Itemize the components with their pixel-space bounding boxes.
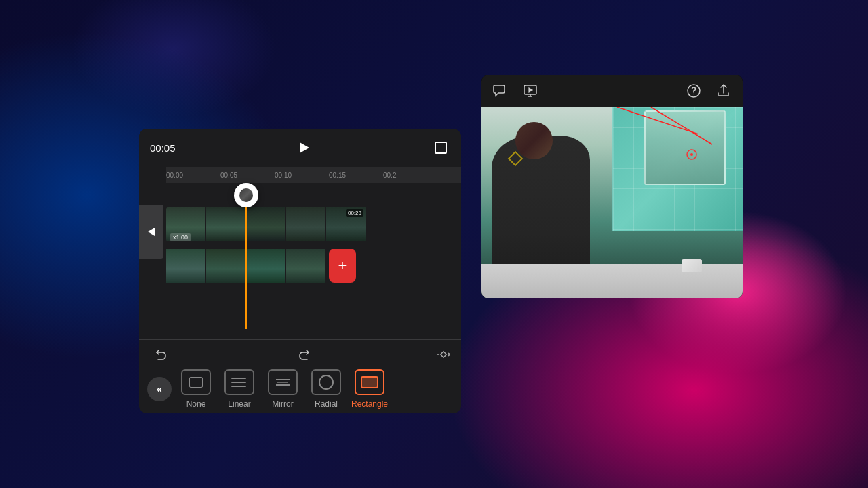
play-button[interactable] xyxy=(292,137,314,159)
playhead-thumbnail xyxy=(239,188,253,202)
tick-20: 00:2 xyxy=(383,171,396,179)
svg-rect-0 xyxy=(441,352,446,357)
video-frame-9 xyxy=(286,249,326,283)
play-screen-icon xyxy=(523,83,538,98)
radial-icon-box xyxy=(311,369,341,395)
video-track-1: x1.00 00:23 xyxy=(166,207,461,245)
preview-icons-right xyxy=(686,83,732,99)
duration-badge: 00:23 xyxy=(346,209,363,217)
undo-icon xyxy=(154,348,167,361)
linear-shape xyxy=(231,376,248,388)
redo-button[interactable] xyxy=(294,344,315,365)
none-label: None xyxy=(186,399,206,409)
mask-selector-row: « None Linear xyxy=(139,369,461,413)
mask-option-radial[interactable]: Radial xyxy=(307,369,345,409)
redo-icon xyxy=(298,348,311,361)
editor-panel: 00:05 00:00 00:05 00:10 00:15 00:2 xyxy=(139,129,461,413)
rectangle-icon-box xyxy=(355,369,384,395)
help-icon xyxy=(686,83,701,98)
mask-option-rectangle[interactable]: Rectangle xyxy=(351,369,389,409)
svg-point-7 xyxy=(693,94,694,95)
editor-topbar: 00:05 xyxy=(139,129,461,167)
editor-actions xyxy=(139,340,461,369)
none-shape xyxy=(189,377,203,388)
add-clip-button[interactable]: + xyxy=(329,249,356,283)
mirror-label: Mirror xyxy=(272,399,293,409)
mask-option-mirror[interactable]: Mirror xyxy=(264,369,302,409)
none-icon-box xyxy=(181,369,211,395)
preview-panel xyxy=(481,75,743,298)
linear-icon-box xyxy=(224,369,254,395)
tick-15: 00:15 xyxy=(329,171,346,179)
mask-option-linear[interactable]: Linear xyxy=(220,369,258,409)
chat-bubble-icon xyxy=(493,83,508,98)
keyframe-icon xyxy=(437,348,450,361)
bathroom-mirror xyxy=(644,110,726,185)
preview-topbar xyxy=(481,75,743,107)
sink-object xyxy=(682,259,702,272)
video-frame-6 xyxy=(166,249,205,283)
preview-icons-left xyxy=(492,83,538,99)
collapse-button[interactable]: « xyxy=(147,377,172,401)
mask-option-none[interactable]: None xyxy=(177,369,215,409)
fullscreen-icon xyxy=(435,142,447,154)
chat-bubble-button[interactable] xyxy=(492,83,509,99)
tick-10: 00:10 xyxy=(275,171,292,179)
current-time: 00:05 xyxy=(150,142,176,154)
playhead-line xyxy=(245,207,247,329)
editor-bottom: « None Linear xyxy=(139,339,461,413)
plus-icon: + xyxy=(338,258,347,273)
rectangle-shape xyxy=(361,376,378,388)
mirror-shape xyxy=(275,376,291,388)
help-button[interactable] xyxy=(686,83,702,99)
tick-5: 00:05 xyxy=(220,171,237,179)
rectangle-label: Rectangle xyxy=(351,399,388,409)
speed-label: x1.00 xyxy=(170,233,191,241)
fullscreen-button[interactable] xyxy=(431,138,450,157)
share-button[interactable] xyxy=(715,83,732,99)
person-head xyxy=(515,122,553,159)
video-track-2: + xyxy=(166,247,461,285)
video-frame-5: 00:23 xyxy=(326,207,366,241)
playhead-pin xyxy=(234,183,258,207)
undo-button[interactable] xyxy=(150,344,172,365)
timeline-area: 00:00 00:05 00:10 00:15 00:2 x1.00 xyxy=(139,167,461,339)
playhead[interactable] xyxy=(234,183,258,329)
video-frame-4 xyxy=(286,207,326,241)
share-icon xyxy=(716,83,731,98)
chevron-left-icon: « xyxy=(157,384,162,394)
radial-label: Radial xyxy=(315,399,338,409)
play-triangle-icon xyxy=(300,142,309,153)
preview-video-area xyxy=(481,107,743,298)
radial-shape xyxy=(319,375,334,390)
linear-label: Linear xyxy=(228,399,250,409)
keyframe-button[interactable] xyxy=(437,348,450,361)
sink-area xyxy=(481,264,743,298)
play-screen-button[interactable] xyxy=(522,83,538,99)
mirror-icon-box xyxy=(268,369,298,395)
arrow-left-icon xyxy=(148,228,155,236)
tick-0: 00:00 xyxy=(166,171,183,179)
track-scroll-left-button[interactable] xyxy=(139,205,163,259)
